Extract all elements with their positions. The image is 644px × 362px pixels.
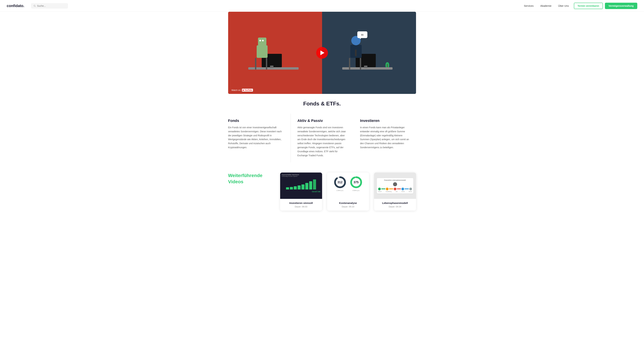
bar-0 (286, 187, 289, 189)
svg-line-1 (35, 6, 36, 7)
play-button[interactable] (316, 47, 328, 59)
weiterfuehrende-section: Weiterführende Videos Exponentielles Wac… (228, 173, 416, 210)
thumb-subtitle-investieren: Frühzeitig mit dem Sparen (280, 176, 322, 177)
search-icon (34, 5, 36, 7)
thumb-title-investieren: Exponentielles Wachstum (280, 173, 322, 176)
video-card-info-kosten: Kostenanalyse Dauer: 05:10 (327, 199, 369, 211)
weiterfuehrende-heading: Weiterführende Videos (228, 173, 275, 185)
donut-label-1: 312 (337, 181, 342, 184)
bar-5 (305, 183, 308, 189)
video-card-duration-leben: Dauer: 04:34 (377, 205, 413, 208)
col-aktiv-title: Aktiv & Passiv (298, 118, 346, 123)
video-card-title-leben: Lebensphasenmodell (377, 202, 413, 204)
thumb-leben: Finanzielles Lebensphasenmodell (374, 173, 416, 199)
video-card-title-kosten: Kostenanalyse (330, 202, 366, 204)
search-input[interactable] (37, 4, 66, 7)
video-card-title-investieren: Investieren sinnvoll (283, 202, 320, 204)
bar-3 (298, 185, 300, 189)
watch-on-youtube: Watch on ▶ YouTube (232, 89, 253, 91)
video-card-leben[interactable]: Finanzielles Lebensphasenmodell (374, 173, 416, 210)
youtube-logo: ▶ YouTube (242, 89, 253, 91)
col-investieren: Investieren In einen Fonds kann man als … (353, 113, 416, 162)
donut-pct-2: 3.50% p.a. (350, 190, 363, 191)
leben-header: Finanzielles Lebensphasenmodell (378, 179, 412, 181)
col-fonds-title: Fonds (228, 118, 284, 123)
weiterfuehrende-heading-text: Weiterführende Videos (228, 173, 275, 185)
bar-7 (313, 179, 316, 189)
nav-buttons: Termin vereinbaren Vermögensverwaltung (574, 3, 637, 9)
donut-label-2: 375 (354, 181, 358, 184)
nav-akademie[interactable]: Akademie (540, 4, 552, 7)
main-content: $$ Watch on ▶ YouTube Fonds & ETFs. Fond… (222, 12, 423, 221)
fonds-etfs-title: Fonds & ETFs. (228, 101, 416, 107)
video-embed[interactable]: $$ Watch on ▶ YouTube (228, 12, 416, 94)
termin-button[interactable]: Termin vereinbaren (574, 3, 603, 9)
donut-pct-1: 1.00% p.a. (333, 190, 347, 191)
col-investieren-text: In einen Fonds kann man als Privatanlege… (360, 126, 409, 150)
nav-links: Services Akademie Über Uns (524, 4, 569, 7)
vermoegen-button[interactable]: Vermögensverwaltung (605, 3, 637, 9)
navbar: confidato. Services Akademie Über Uns Te… (0, 0, 644, 12)
video-card-kosten[interactable]: 312 1.00% p.a. (327, 173, 369, 210)
col-fonds-text: Ein Fonds ist von einer Investmentgesell… (228, 126, 284, 150)
video-left-panel (228, 12, 322, 94)
video-right-panel: $$ (322, 12, 416, 94)
svg-point-0 (34, 5, 35, 6)
col-investieren-title: Investieren (360, 118, 409, 123)
bar-4 (302, 184, 304, 189)
nav-ueber-uns[interactable]: Über Uns (558, 4, 569, 7)
video-card-investieren[interactable]: Exponentielles Wachstum Frühzeitig mit d… (280, 173, 322, 210)
video-card-duration-kosten: Dauer: 05:10 (330, 205, 366, 208)
col-aktiv: Aktiv & Passiv Aktiv gemanagte Fonds sin… (291, 113, 353, 162)
donut-charts: 312 1.00% p.a. (327, 173, 369, 193)
video-card-info-investieren: Investieren sinnvoll Dauer: 06:03 (280, 199, 322, 211)
col-fonds: Fonds Ein Fonds ist von einer Investment… (228, 113, 291, 162)
logo[interactable]: confidato. (7, 4, 24, 8)
nav-services[interactable]: Services (524, 4, 534, 7)
thumb-kosten: 312 1.00% p.a. (327, 173, 369, 199)
bar-6 (309, 181, 312, 189)
bar-2 (294, 186, 297, 189)
bar-1 (290, 187, 293, 189)
video-card-duration-investieren: Dauer: 06:03 (283, 205, 320, 208)
thumb-value-investieren: €16.527.346 (280, 191, 322, 194)
col-aktiv-text: Aktiv gemanagte Fonds sind von Investore… (298, 126, 346, 157)
three-columns: Fonds Ein Fonds ist von einer Investment… (228, 113, 416, 162)
thumb-investieren: Exponentielles Wachstum Frühzeitig mit d… (280, 173, 322, 199)
search-bar[interactable] (31, 3, 68, 8)
video-card-info-leben: Lebensphasenmodell Dauer: 04:34 (374, 199, 416, 211)
